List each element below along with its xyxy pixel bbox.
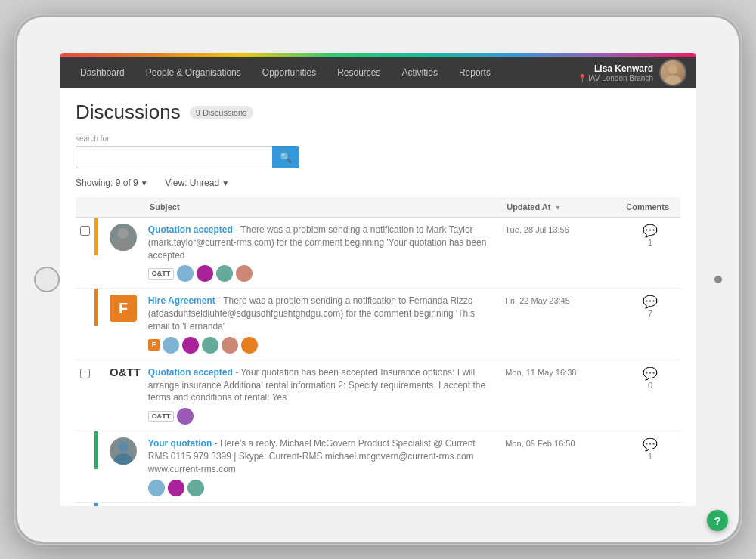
strip-color-indicator	[94, 289, 98, 326]
nav-activities[interactable]: Activities	[392, 57, 448, 88]
home-button[interactable]	[34, 267, 60, 292]
avatar: O&TT	[110, 366, 141, 378]
comment-count: 1	[624, 452, 676, 461]
row-checkbox-cell	[76, 502, 94, 506]
strip-color-indicator	[94, 503, 98, 506]
mini-avatar	[241, 337, 258, 354]
row-comments-cell: 💬 1	[620, 502, 680, 506]
row-checkbox[interactable]	[80, 226, 90, 236]
row-updated-at: Fri, 22 May 23:45	[500, 289, 620, 360]
th-checkbox	[76, 197, 94, 218]
nav-resources[interactable]: Resources	[327, 57, 391, 88]
discussion-link[interactable]: Quotation accepted	[148, 224, 233, 235]
showing-filter[interactable]: Showing: 9 of 9 ▼	[76, 178, 148, 188]
row-comments-cell: 💬 1	[620, 431, 680, 502]
nav-reports[interactable]: Reports	[448, 57, 501, 88]
page-header: Discussions 9 Discussions	[76, 100, 680, 124]
svg-point-0	[668, 64, 677, 73]
row-comments-cell: 💬 0	[620, 360, 680, 431]
comment-count: 0	[624, 381, 676, 390]
search-input[interactable]	[76, 146, 272, 168]
discussion-link[interactable]: Quotation accepted	[148, 367, 233, 378]
showing-arrow-icon: ▼	[141, 179, 148, 187]
svg-point-3	[114, 239, 132, 251]
user-location: 📍 IAV London Branch	[578, 74, 653, 82]
row-subject-cell: Do you still the lighting for next week …	[144, 502, 500, 506]
row-avatar-cell: O&TT	[107, 360, 144, 431]
navbar: Dashboard People & Organisations Opportu…	[60, 57, 696, 88]
discussion-link[interactable]: Hire Agreement	[148, 295, 215, 306]
row-updated-at: Mon, 09 Feb 16:50	[500, 431, 620, 502]
sort-icon: ▼	[555, 204, 562, 212]
comment-count: 1	[624, 238, 676, 247]
tag-row: O&TT	[148, 408, 496, 425]
mini-avatar	[182, 337, 199, 354]
th-comments: Comments	[620, 197, 680, 218]
mini-avatar	[202, 337, 218, 354]
row-avatar-cell	[107, 502, 144, 506]
user-info: Lisa Kenward 📍 IAV London Branch	[578, 63, 653, 82]
th-strip	[94, 197, 107, 218]
nav-opportunities[interactable]: Opportunities	[252, 57, 327, 88]
row-avatar-cell	[107, 431, 144, 502]
row-subject-cell: Quotation accepted - There was a problem…	[144, 218, 500, 289]
table-row: Quotation accepted - There was a problem…	[76, 218, 680, 289]
comment-icon: 💬	[643, 367, 658, 380]
mini-avatar	[197, 265, 213, 282]
tag: F	[148, 339, 160, 351]
row-strip	[94, 431, 107, 502]
location-icon: 📍	[578, 74, 587, 82]
row-comments-cell: 💬 1	[620, 218, 680, 289]
discussion-count-badge: 9 Discussions	[190, 106, 253, 119]
strip-color-indicator	[94, 431, 98, 469]
row-checkbox[interactable]	[80, 369, 90, 378]
tag-row: F	[148, 337, 496, 354]
row-avatar-cell: F	[107, 289, 144, 360]
tag: O&TT	[148, 268, 175, 280]
comment-icon: 💬	[643, 295, 658, 308]
row-updated-at: Tue, 28 Jul 13:56	[500, 218, 620, 289]
row-updated-at: Mon, 11 May 16:38	[500, 360, 620, 431]
row-strip	[94, 289, 107, 360]
table-row: F Hire Agreement - There was a problem s…	[76, 289, 680, 360]
mini-avatar	[163, 337, 179, 354]
mini-avatar	[187, 480, 204, 496]
discussion-link[interactable]: Your quotation	[148, 438, 212, 449]
svg-point-4	[118, 441, 129, 452]
avatar	[110, 224, 137, 251]
table-header-row: Subject Updated At ▼ Comments	[76, 197, 680, 218]
view-filter[interactable]: View: Unread ▼	[165, 178, 229, 188]
row-subject-cell: Quotation accepted - Your quotation has …	[144, 360, 500, 431]
svg-point-5	[114, 453, 132, 465]
search-label: search for	[76, 134, 680, 143]
page-title: Discussions	[76, 100, 181, 124]
nav-people[interactable]: People & Organisations	[135, 57, 252, 88]
nav-items: Dashboard People & Organisations Opportu…	[70, 57, 578, 88]
avatar[interactable]	[659, 59, 686, 86]
screen: Dashboard People & Organisations Opportu…	[60, 53, 696, 506]
discussion-table: Subject Updated At ▼ Comments	[76, 197, 680, 506]
view-arrow-icon: ▼	[222, 179, 229, 187]
row-strip	[94, 502, 107, 506]
svg-point-2	[118, 228, 129, 239]
comment-icon: 💬	[643, 224, 658, 237]
row-checkbox-cell	[76, 289, 94, 360]
comment-count: 7	[624, 309, 676, 318]
table-row: O&TT Quotation accepted - Your quotation…	[76, 360, 680, 431]
row-comments-cell: 💬 7	[620, 289, 680, 360]
svg-point-1	[665, 76, 680, 86]
mini-avatar	[222, 337, 238, 354]
tag-row	[148, 480, 496, 496]
mini-avatar	[236, 265, 253, 282]
row-strip	[94, 360, 107, 431]
table-row: Your quotation - Here's a reply. Michael…	[76, 431, 680, 502]
mini-avatar	[177, 265, 194, 282]
mini-avatar	[168, 480, 184, 496]
mini-avatar	[177, 408, 194, 425]
mini-avatar	[216, 265, 233, 282]
mini-avatar	[148, 480, 165, 496]
nav-dashboard[interactable]: Dashboard	[70, 57, 135, 88]
search-button[interactable]: 🔍	[272, 146, 299, 168]
strip-color-indicator	[94, 218, 98, 255]
th-avatar	[107, 197, 144, 218]
